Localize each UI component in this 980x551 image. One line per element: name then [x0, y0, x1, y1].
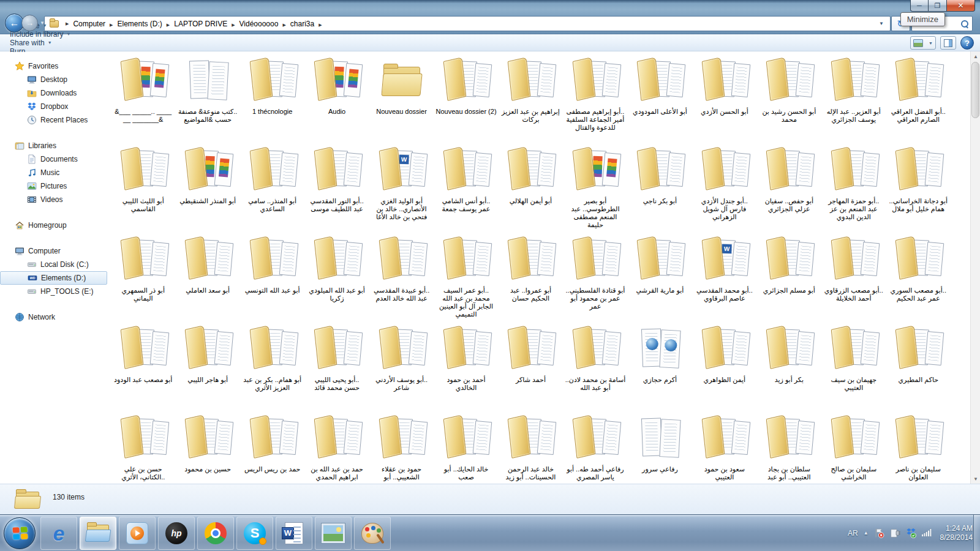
folder-item[interactable]: حمد بن ريس الريس [240, 410, 304, 484]
forward-button[interactable]: → [21, 15, 38, 31]
folder-item[interactable]: حسن بن علي ..الكتاني، الأثري [111, 410, 175, 484]
folder-item[interactable]: ..أبو الفضل العراقي الصارم العراقي [886, 53, 951, 142]
folder-item[interactable]: أسامة بن محمد لادن.. أبو عبد الله [563, 321, 627, 410]
safely-remove-hardware-icon[interactable] [890, 528, 900, 538]
folder-item[interactable]: أبو مسلم الجزائري [757, 231, 821, 321]
taskbar-app-hp[interactable]: hp [158, 517, 195, 550]
folder-item[interactable]: خالد عبد الرحمن الحسينات.. أبو زيد [499, 410, 563, 484]
help-button[interactable]: ? [960, 36, 974, 50]
change-view-button[interactable]: ▼ [910, 36, 936, 50]
address-bar[interactable]: ▶ Computer▶Elements (D:)▶LAPTOP DRIVE▶Vi… [44, 16, 891, 31]
language-indicator[interactable]: AR [848, 529, 858, 538]
folder-item[interactable]: ..أبو أنس الشامي عمر يوسف جمعة [434, 142, 498, 231]
folder-item[interactable]: حسين بن محمود [175, 410, 239, 484]
folder-item[interactable]: ..أبو عبيدة المقدسي عبد الله خالد العدم [369, 231, 434, 321]
sidebar-item-dropbox[interactable]: Dropbox [0, 100, 111, 113]
folder-item[interactable]: أبو المنذر الشنقيطي [175, 142, 239, 231]
sidebar-item-videos[interactable]: Videos [0, 193, 111, 206]
taskbar-app-skype[interactable]: S [236, 517, 273, 550]
folder-item[interactable]: أبو الوليد الغزي الأنصاري.. خالد بن فتحي… [369, 142, 434, 231]
breadcrumb-item[interactable]: Vidéoooooo [239, 20, 279, 28]
breadcrumb-item[interactable]: LAPTOP DRIVE [174, 20, 227, 28]
folder-item[interactable]: أبو أيمن الهلالي [499, 142, 563, 231]
folder-item[interactable]: بكر أبو زيد [757, 321, 821, 410]
folder-item[interactable]: Nouveau dossier (2) [434, 53, 498, 142]
folder-item[interactable]: أبو العزير.. عبد الإله يوسف الجزائري [821, 53, 886, 142]
sidebar-group-favorites[interactable]: Favorites [0, 59, 111, 73]
breadcrumb-item[interactable]: Elements (D:) [117, 20, 162, 28]
folder-item[interactable]: أبو عبد الله التونسي [240, 231, 304, 321]
sidebar-item-elements-d-[interactable]: WDElements (D:) [0, 271, 107, 285]
folder-item[interactable]: أبو مارية القرشي [628, 231, 692, 321]
folder-item[interactable]: 1 thécnologie [240, 53, 304, 142]
sidebar-item-pictures[interactable]: Pictures [0, 179, 111, 193]
breadcrumb-separator[interactable]: ▶ [232, 23, 235, 27]
folder-item[interactable]: أبو سعد العاملي [175, 231, 239, 321]
folder-item[interactable]: ..أبو مصعب السوري عمر عبد الحكيم [886, 231, 951, 321]
sidebar-group-libraries[interactable]: Libraries [0, 139, 111, 152]
taskbar-app-photos[interactable] [315, 517, 352, 550]
folder-item[interactable]: أبو همام.. بكر بن عبد العزيز الأثري [240, 321, 304, 410]
folder-item[interactable]: ..أبو جندل الأزدي فارس آل شويل الزهراني [692, 142, 756, 231]
folder-item[interactable]: سلطان بن بجاد العتيبي.. أبو عبد [757, 410, 821, 484]
show-desktop-button[interactable] [973, 515, 980, 551]
folder-item[interactable]: إبراهيم بن عبد العزيز بركات [499, 53, 563, 142]
folder-item[interactable]: أبو بكر ناجي [628, 142, 692, 231]
breadcrumb-separator[interactable]: ▶ [282, 23, 285, 27]
taskbar-app-word[interactable]: W [276, 517, 312, 550]
folder-item[interactable]: أحمد بن حمود الخالدي [434, 321, 498, 410]
sidebar-group-computer[interactable]: Computer [0, 244, 111, 258]
folder-item[interactable]: أبو الأعلى المودودي [628, 53, 692, 142]
restore-button[interactable]: ❐ [929, 0, 947, 12]
vertical-scrollbar[interactable]: ▲ ▼ [970, 51, 980, 484]
folder-item[interactable]: ..أبو إبراهيم مصطفى أمير الجماعة السلفية… [563, 53, 627, 142]
folder-item[interactable]: أبو حفص.. سفيان عزلي الجزائري [757, 142, 821, 231]
folder-item[interactable]: ..أبو يحيى الليبي حسن محمد قائد [304, 321, 369, 410]
folder-item[interactable]: ..أبو محمد المقدسي عاصم البرقاوي [692, 231, 756, 321]
scroll-down-icon[interactable]: ▼ [971, 474, 980, 484]
sidebar-group-homegroup[interactable]: Homegroup [0, 219, 111, 232]
folder-item[interactable]: سليمان بن ناصر العلوان [886, 410, 951, 484]
close-button[interactable]: ✕ [947, 0, 975, 12]
folder-item[interactable]: خالد الحايك.. أبو صعب [434, 410, 498, 484]
folder-item[interactable]: حمد بن عبد الله بن ابراهيم الحمدي [304, 410, 369, 484]
breadcrumb-separator[interactable]: ▶ [110, 23, 113, 27]
folder-item[interactable]: ..أبو حمزة المهاجر عبد المنعم بن عز الدي… [821, 142, 886, 231]
folder-item[interactable]: أبو بصير الطرطوسي.. عبد المنعم مصطفى حلي… [563, 142, 627, 231]
scroll-up-icon[interactable]: ▲ [971, 51, 980, 61]
folder-item[interactable]: أبو قتادة الفلسطيني.. عمر بن محمود أبو ع… [563, 231, 627, 321]
taskbar-app-explorer[interactable] [80, 517, 116, 550]
sidebar-item-documents[interactable]: Documents [0, 152, 111, 166]
taskbar-app-wmp[interactable] [119, 517, 156, 550]
folder-item[interactable]: ..أبو عمر السيف محمد بن عبد الله الجابر … [434, 231, 498, 321]
taskbar-app-ie[interactable]: e [40, 517, 77, 550]
folder-item[interactable]: ..أبو يوسف الأردني شاعر [369, 321, 434, 410]
folder-item[interactable]: أبو مصعب عبد الودود [111, 321, 175, 410]
hidden-icons-chevron-icon[interactable]: ▲ [864, 530, 869, 536]
folder-item[interactable]: Nouveau dossier [369, 53, 434, 142]
folder-item[interactable]: ..أبو مصعب الزرقاوي أحمد الخلايلة [821, 231, 886, 321]
dropbox-tray-icon[interactable] [906, 528, 916, 538]
search-icon[interactable] [960, 20, 968, 28]
folder-item[interactable]: أبو المنذر.. سامي الساعدي [240, 142, 304, 231]
scrollbar-thumb[interactable] [971, 62, 979, 118]
sidebar-item-local-disk-c-[interactable]: Local Disk (C:) [0, 258, 111, 271]
sidebar-item-hp-tools-e-[interactable]: HP_TOOLS (E:) [0, 285, 111, 298]
folder-item[interactable]: أيمن الظواهري [692, 321, 756, 410]
breadcrumb-item[interactable]: chari3a [290, 20, 314, 28]
folder-item[interactable]: أحمد شاكر [499, 321, 563, 410]
action-center-icon[interactable] [874, 528, 884, 538]
clock[interactable]: 1:24 AM 8/28/2014 [940, 524, 973, 542]
sidebar-item-downloads[interactable]: Downloads [0, 86, 111, 100]
network-signal-icon[interactable] [922, 528, 932, 538]
start-button[interactable] [4, 517, 36, 549]
folder-item[interactable]: أبو ذر السمهري اليماني [111, 231, 175, 321]
toolbar-share-with[interactable]: Share with▼ [10, 39, 70, 47]
folder-item[interactable]: ..كتب منوعة& مصنفة حسب &المواضيع [175, 53, 239, 142]
folder-item[interactable]: Audio [304, 53, 369, 142]
folder-item[interactable]: أبو دجانة الخراساني.. همام خليل أبو ملال [886, 142, 951, 231]
folder-item[interactable]: حاكم المطيري [886, 321, 951, 410]
folder-item[interactable]: أبو الحسن الأزدي [692, 53, 756, 142]
sidebar-group-network[interactable]: Network [0, 310, 111, 324]
sidebar-item-recent-places[interactable]: Recent Places [0, 113, 111, 127]
